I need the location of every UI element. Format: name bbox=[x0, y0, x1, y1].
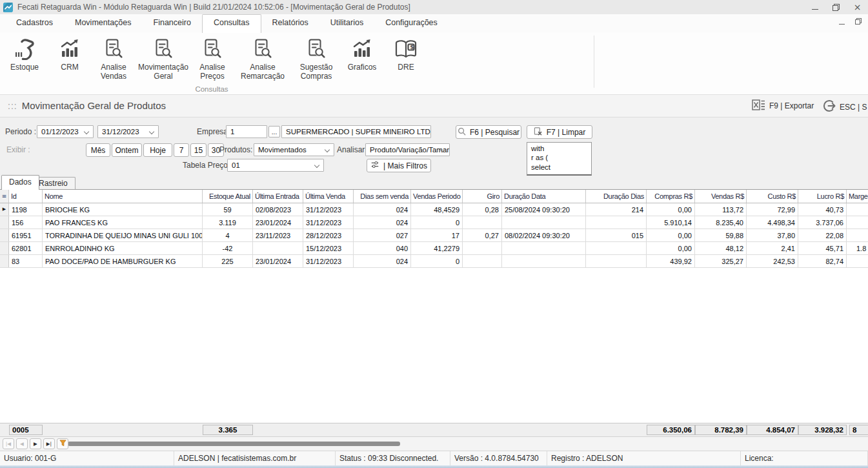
cell-ult_entrada[interactable]: 23/11/2023 bbox=[253, 229, 303, 241]
export-button[interactable]: F9 | Exportar bbox=[752, 99, 814, 112]
cell-id[interactable]: 83 bbox=[9, 255, 43, 267]
column-chooser-cell[interactable]: ≡ bbox=[0, 190, 9, 203]
empresa-name-field[interactable]: SUPERMERCADO | SUPER MINEIRO LTDA bbox=[281, 125, 431, 138]
cell-duracao_dias[interactable] bbox=[586, 242, 647, 254]
ribbon-button-analise-remarcacao[interactable]: Analise Remarcação bbox=[232, 36, 293, 81]
cell-compras[interactable]: 0,00 bbox=[647, 229, 695, 241]
cell-giro[interactable] bbox=[463, 242, 502, 254]
restore-icon[interactable] bbox=[825, 0, 847, 14]
exibir-button-hoje[interactable]: Hoje bbox=[143, 143, 172, 157]
cell-id[interactable]: 62801 bbox=[9, 242, 43, 254]
cell-ult_venda[interactable]: 31/12/2023 bbox=[303, 203, 354, 216]
ribbon-button-analise-vendas[interactable]: Analise Vendas bbox=[93, 36, 134, 81]
cell-lucro[interactable]: 22,08 bbox=[798, 229, 847, 241]
grid-row[interactable]: 61951TORRADINHA DE QUEIJO MINAS UNI GULI… bbox=[0, 229, 868, 242]
cell-margem[interactable] bbox=[847, 203, 868, 216]
cell-duracao_dias[interactable]: 214 bbox=[586, 203, 647, 216]
ribbon-button-sugestao-compras[interactable]: Sugestão Compras bbox=[293, 36, 339, 81]
exit-button[interactable]: ESC | S bbox=[823, 99, 867, 114]
ribbon-button-dre[interactable]: $DRE bbox=[385, 36, 427, 72]
cell-duracao_data[interactable] bbox=[502, 255, 586, 267]
cell-giro[interactable] bbox=[463, 216, 502, 229]
cell-vendas[interactable]: 8.235,40 bbox=[695, 216, 747, 229]
cell-vendas_periodo[interactable]: 17 bbox=[411, 229, 463, 241]
cell-ult_venda[interactable]: 31/12/2023 bbox=[303, 216, 354, 229]
menu-tab-financeiro[interactable]: Financeiro bbox=[143, 14, 202, 32]
column-header-estoque[interactable]: Estoque Atual bbox=[203, 190, 253, 203]
cell-custo[interactable]: 72,99 bbox=[747, 203, 798, 216]
cell-vendas[interactable]: 113,72 bbox=[695, 203, 747, 216]
column-header-giro[interactable]: Giro bbox=[463, 190, 502, 203]
cell-lucro[interactable]: 82,74 bbox=[798, 255, 847, 267]
cell-duracao_data[interactable]: 25/08/2024 09:30:20 bbox=[502, 203, 586, 216]
analisar-combo[interactable]: Produto/Variação/Tamanho bbox=[365, 143, 450, 156]
grid-row[interactable]: 83PAO DOCE/PAO DE HAMBURGUER KG22523/01/… bbox=[0, 255, 868, 268]
cell-id[interactable]: 156 bbox=[9, 216, 43, 229]
cell-duracao_dias[interactable]: 015 bbox=[586, 229, 647, 241]
periodo-to-combo[interactable]: 31/12/2023 bbox=[97, 125, 159, 138]
cell-estoque[interactable]: 3.119 bbox=[203, 216, 253, 229]
column-header-ult_venda[interactable]: Última Venda bbox=[303, 190, 354, 203]
cell-vendas_periodo[interactable]: 41,2279 bbox=[411, 242, 463, 254]
cell-estoque[interactable]: 59 bbox=[203, 203, 253, 216]
cell-giro[interactable]: 0,28 bbox=[463, 203, 502, 216]
exibir-button-15[interactable]: 15 bbox=[190, 143, 207, 157]
ribbon-button-estoque[interactable]: Estoque bbox=[3, 36, 46, 72]
grid-row[interactable]: ▶1198BRIOCHE KG5902/08/202331/12/2023024… bbox=[0, 203, 868, 216]
cell-dias_sem_venda[interactable]: 024 bbox=[354, 216, 411, 229]
tab-dados[interactable]: Dados bbox=[1, 175, 39, 190]
search-button[interactable]: F6 | Pesquisar bbox=[456, 125, 521, 139]
ribbon-button-analise-precos[interactable]: Analise Preços bbox=[192, 36, 232, 81]
cell-duracao_data[interactable] bbox=[502, 216, 586, 229]
cell-estoque[interactable]: -42 bbox=[203, 242, 253, 254]
exibir-button-ontem[interactable]: Ontem bbox=[112, 143, 142, 157]
cell-margem[interactable]: 1.8 bbox=[847, 242, 868, 254]
cell-dias_sem_venda[interactable]: 024 bbox=[354, 255, 411, 267]
cell-ult_entrada[interactable]: 02/08/2023 bbox=[253, 203, 303, 216]
cell-compras[interactable]: 0,00 bbox=[647, 203, 695, 216]
cell-lucro[interactable]: 45,71 bbox=[798, 242, 847, 254]
cell-vendas[interactable]: 325,27 bbox=[695, 255, 747, 267]
cell-duracao_data[interactable]: 08/02/2024 09:30:20 bbox=[502, 229, 586, 241]
prior-record-button[interactable]: ◀ bbox=[16, 438, 28, 449]
cell-margem[interactable] bbox=[847, 229, 868, 241]
empresa-browse-button[interactable]: ... bbox=[268, 126, 280, 137]
mdi-restore-icon[interactable] bbox=[855, 18, 862, 25]
menu-tab-utilitarios[interactable]: Utilitarios bbox=[319, 14, 374, 32]
column-header-compras[interactable]: Compras R$ bbox=[647, 190, 695, 203]
cell-custo[interactable]: 2,41 bbox=[747, 242, 798, 254]
ribbon-button-graficos[interactable]: Graficos bbox=[339, 36, 385, 72]
cell-giro[interactable]: 0,27 bbox=[463, 229, 502, 241]
column-header-duracao_data[interactable]: Duração Data bbox=[502, 190, 586, 203]
cell-ult_entrada[interactable]: 23/01/2024 bbox=[253, 255, 303, 267]
exibir-button-mes[interactable]: Mês bbox=[86, 143, 110, 157]
column-header-margem[interactable]: Margem bbox=[847, 190, 868, 203]
cell-estoque[interactable]: 225 bbox=[203, 255, 253, 267]
cell-nome[interactable]: PAO FRANCES KG bbox=[43, 216, 203, 229]
cell-lucro[interactable]: 3.737,06 bbox=[798, 216, 847, 229]
menu-tab-consultas[interactable]: Consultas bbox=[202, 14, 261, 33]
menu-tab-cadastros[interactable]: Cadastros bbox=[5, 14, 64, 32]
cell-compras[interactable]: 5.910,14 bbox=[647, 216, 695, 229]
column-header-dias_sem_venda[interactable]: Dias sem venda bbox=[354, 190, 411, 203]
cell-lucro[interactable]: 40,73 bbox=[798, 203, 847, 216]
periodo-from-combo[interactable]: 01/12/2023 bbox=[37, 125, 94, 138]
next-record-button[interactable]: ▶ bbox=[30, 438, 41, 449]
column-header-vendas[interactable]: Vendas R$ bbox=[695, 190, 747, 203]
column-header-nome[interactable]: Nome bbox=[43, 190, 203, 203]
clear-button[interactable]: F7 | Limpar bbox=[527, 125, 592, 139]
cell-ult_entrada[interactable]: 23/01/2024 bbox=[253, 216, 303, 229]
cell-duracao_dias[interactable] bbox=[586, 255, 647, 267]
cell-vendas_periodo[interactable]: 48,4529 bbox=[411, 203, 463, 216]
cell-nome[interactable]: TORRADINHA DE QUEIJO MINAS UNI GULI 100G bbox=[43, 229, 203, 241]
column-header-custo[interactable]: Custo R$ bbox=[747, 190, 798, 203]
produtos-combo[interactable]: Movimentados bbox=[254, 143, 334, 156]
cell-margem[interactable] bbox=[847, 255, 868, 267]
cell-compras[interactable]: 0,00 bbox=[647, 242, 695, 254]
column-header-ult_entrada[interactable]: Última Entrada bbox=[253, 190, 303, 203]
cell-custo[interactable]: 4.498,34 bbox=[747, 216, 798, 229]
cell-ult_venda[interactable]: 31/12/2023 bbox=[303, 255, 354, 267]
cell-giro[interactable] bbox=[463, 255, 502, 267]
empresa-code-field[interactable]: 1 bbox=[226, 125, 267, 138]
cell-dias_sem_venda[interactable]: 024 bbox=[354, 203, 411, 216]
